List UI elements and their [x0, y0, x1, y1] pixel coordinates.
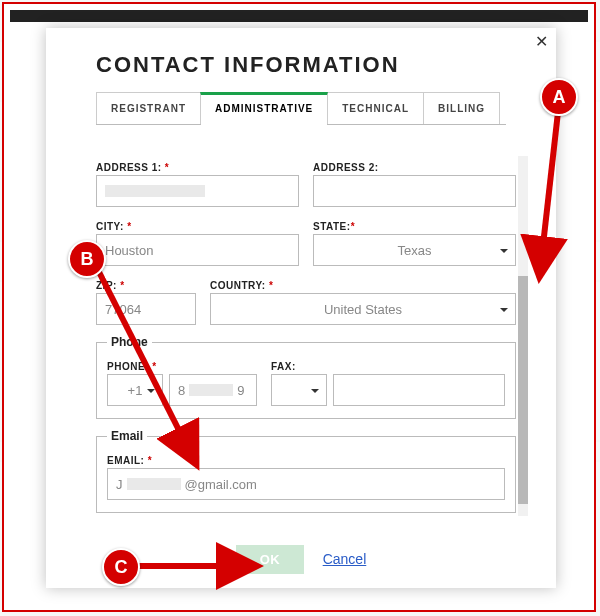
scrollbar-track[interactable]	[518, 156, 528, 516]
phone-number-prefix: 8	[178, 383, 185, 398]
country-label-text: COUNTRY:	[210, 280, 266, 291]
address1-label-text: ADDRESS 1:	[96, 162, 162, 173]
redacted-text	[189, 384, 233, 396]
screenshot-frame: ✕ CONTACT INFORMATION REGISTRANT ADMINIS…	[2, 2, 596, 612]
address1-label: ADDRESS 1: *	[96, 162, 299, 173]
country-select[interactable]: United States	[210, 293, 516, 325]
phone-section: Phone PHONE: * +1	[96, 335, 516, 419]
redacted-text	[105, 185, 205, 197]
fax-number-input[interactable]	[333, 374, 505, 406]
contact-information-modal: ✕ CONTACT INFORMATION REGISTRANT ADMINIS…	[46, 28, 556, 588]
scrollbar-thumb[interactable]	[518, 276, 528, 504]
phone-number-suffix: 9	[237, 383, 244, 398]
zip-label: ZIP: *	[96, 280, 196, 291]
annotation-badge-c: C	[102, 548, 140, 586]
required-mark: *	[127, 221, 131, 232]
redacted-text	[127, 478, 181, 490]
state-select[interactable]: Texas	[313, 234, 516, 266]
email-value-suffix: @gmail.com	[185, 477, 257, 492]
required-mark: *	[148, 455, 152, 466]
fax-label: FAX:	[271, 361, 505, 372]
phone-number-input[interactable]: 8 9	[169, 374, 257, 406]
email-label: EMAIL: *	[107, 455, 505, 466]
tabs: REGISTRANT ADMINISTRATIVE TECHNICAL BILL…	[96, 92, 506, 125]
window-top-bar	[10, 10, 588, 22]
email-label-text: EMAIL:	[107, 455, 144, 466]
required-mark: *	[165, 162, 169, 173]
annotation-badge-a: A	[540, 78, 578, 116]
phone-label: PHONE: *	[107, 361, 257, 372]
tab-billing[interactable]: BILLING	[423, 92, 500, 124]
tab-registrant[interactable]: REGISTRANT	[96, 92, 201, 124]
tab-administrative[interactable]: ADMINISTRATIVE	[200, 92, 328, 124]
phone-label-text: PHONE:	[107, 361, 149, 372]
tab-technical[interactable]: TECHNICAL	[327, 92, 424, 124]
phone-legend: Phone	[107, 335, 152, 349]
address2-input[interactable]	[313, 175, 516, 207]
city-input[interactable]	[96, 234, 299, 266]
state-label-text: STATE:	[313, 221, 351, 232]
required-mark: *	[120, 280, 124, 291]
email-section: Email EMAIL: * J @gmail.com	[96, 429, 516, 513]
modal-title: CONTACT INFORMATION	[46, 28, 556, 92]
state-label: STATE:*	[313, 221, 516, 232]
close-icon[interactable]: ✕	[535, 34, 548, 50]
address2-label: ADDRESS 2:	[313, 162, 516, 173]
email-input[interactable]: J @gmail.com	[107, 468, 505, 500]
zip-input[interactable]	[96, 293, 196, 325]
address1-input[interactable]	[96, 175, 299, 207]
cancel-link[interactable]: Cancel	[323, 551, 367, 567]
ok-button[interactable]: OK	[236, 545, 305, 574]
city-label: CITY: *	[96, 221, 299, 232]
required-mark: *	[351, 221, 355, 232]
required-mark: *	[152, 361, 156, 372]
zip-label-text: ZIP:	[96, 280, 117, 291]
email-legend: Email	[107, 429, 147, 443]
form-scroll-area: ADDRESS 1: * ADDRESS 2: CITY: *	[96, 156, 516, 516]
city-label-text: CITY:	[96, 221, 124, 232]
required-mark: *	[269, 280, 273, 291]
country-label: COUNTRY: *	[210, 280, 516, 291]
fax-country-code-select[interactable]	[271, 374, 327, 406]
email-value-prefix: J	[116, 477, 123, 492]
annotation-badge-b: B	[68, 240, 106, 278]
phone-country-code-select[interactable]: +1	[107, 374, 163, 406]
